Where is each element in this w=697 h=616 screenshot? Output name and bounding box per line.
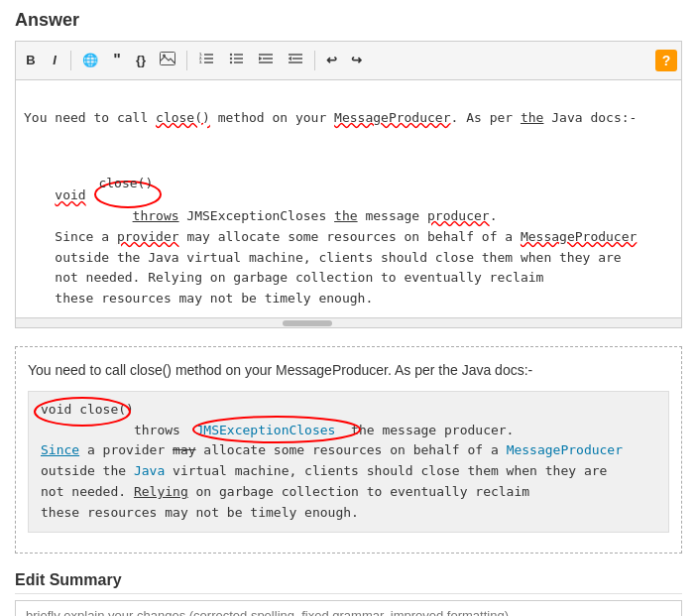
- edit-summary-label: Edit Summary: [15, 571, 682, 594]
- code-these-resources: these resources may not be timely enough…: [41, 505, 359, 520]
- preview-code-block: void close() throws JMSExceptionCloses t…: [28, 391, 669, 533]
- code-virtual: virtual machine, clients should close th…: [173, 463, 607, 478]
- code-button[interactable]: {}: [130, 49, 152, 72]
- code-void: void close(): [41, 402, 134, 417]
- editor-scrollbar[interactable]: [15, 318, 682, 328]
- edit-summary-section: Edit Summary: [15, 571, 682, 616]
- code-since-text: a provider may allocate some resources o…: [87, 442, 507, 457]
- quote-button[interactable]: ": [106, 47, 128, 74]
- editor-toolbar: B I 🌐 " {} 1.2.3. ↩ ↪ ?: [15, 41, 682, 79]
- code-java: Java: [134, 463, 165, 478]
- svg-text:3.: 3.: [199, 60, 202, 64]
- ol-button[interactable]: 1.2.3.: [192, 49, 220, 73]
- outdent-button[interactable]: [282, 49, 309, 73]
- preview-intro: You need to call close() method on your …: [28, 359, 669, 383]
- redo-button[interactable]: ↪: [345, 49, 368, 72]
- code-messageproducer: MessageProducer: [507, 442, 623, 457]
- image-button[interactable]: [154, 49, 181, 73]
- indent-button[interactable]: [252, 49, 280, 73]
- editor-textarea[interactable]: You need to call close() method on your …: [15, 79, 682, 318]
- toolbar-separator-2: [186, 51, 187, 70]
- help-button[interactable]: ?: [655, 50, 677, 71]
- undo-button[interactable]: ↩: [320, 49, 343, 72]
- code-indent: [41, 423, 126, 437]
- ul-button[interactable]: [222, 49, 250, 73]
- edit-summary-input[interactable]: [15, 600, 682, 616]
- code-not-needed: not needed. Relying on garbage collectio…: [41, 484, 529, 499]
- globe-button[interactable]: 🌐: [76, 49, 104, 72]
- italic-button[interactable]: I: [44, 49, 65, 72]
- toolbar-separator-1: [70, 51, 71, 70]
- page-title: Answer: [15, 10, 682, 31]
- code-outside: outside the: [41, 463, 134, 478]
- svg-point-13: [230, 61, 232, 62]
- svg-point-11: [230, 53, 232, 55]
- scrollbar-thumb[interactable]: [283, 320, 332, 326]
- bold-button[interactable]: B: [20, 49, 42, 72]
- preview-area: You need to call close() method on your …: [15, 346, 682, 554]
- code-jmsexception: JMSExceptionCloses: [196, 423, 336, 437]
- toolbar-separator-3: [314, 51, 315, 70]
- code-since: Since: [41, 442, 79, 457]
- svg-point-12: [230, 57, 232, 59]
